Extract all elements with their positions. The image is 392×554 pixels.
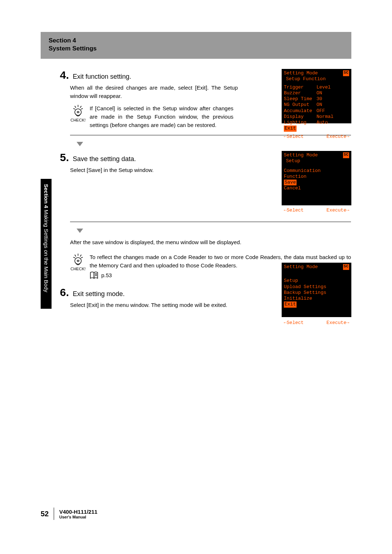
screen1-highlight: Exit xyxy=(284,126,297,131)
step-6-title: Exit setting mode. xyxy=(73,290,124,298)
sc-badge: SC xyxy=(343,70,349,76)
step-5-number: 5. xyxy=(60,151,69,164)
screen1-subtitle: Setup Function xyxy=(284,76,349,82)
svg-line-9 xyxy=(73,257,75,258)
svg-line-7 xyxy=(75,255,76,257)
step-5-title: Save the setting data. xyxy=(73,155,136,163)
screen1-row-v: OFF xyxy=(317,108,325,114)
book-icon xyxy=(90,271,99,279)
section-header: Section 4 System Settings xyxy=(41,32,351,59)
down-arrow-icon xyxy=(77,142,83,146)
screen3-item: Setup xyxy=(284,278,349,284)
step-5-body: Select [Save] in the Setup window. xyxy=(70,166,238,174)
screen1-row-v: Level xyxy=(317,85,331,90)
screen2-item: Function xyxy=(284,174,349,180)
screen1-row-k: Display xyxy=(284,114,317,120)
screen1-foot-left: ←Select xyxy=(284,134,304,140)
screen3-mode: Setting Mode xyxy=(284,264,318,270)
step-6-body: Select [Exit] in the menu window. The se… xyxy=(70,301,238,309)
screen1-foot-right: Execute→ xyxy=(327,134,349,140)
screen3-foot-left: ←Select xyxy=(284,320,304,326)
svg-line-2 xyxy=(80,106,81,108)
step-5-after: After the save window is displayed, the … xyxy=(70,238,351,246)
step-4-check-text: If [Cancel] is selected in the Setup win… xyxy=(90,104,233,130)
page-ref: p.53 xyxy=(101,272,112,278)
screen1-row-v: ON xyxy=(317,90,322,96)
check-icon: CHECK! xyxy=(70,253,86,271)
down-arrow-icon xyxy=(77,229,83,233)
screen1-row-k: Buzzer xyxy=(284,90,317,96)
svg-point-11 xyxy=(75,258,81,264)
device-screen-setup-function: Setting Mode SC Setup Function TriggerLe… xyxy=(282,69,351,123)
divider xyxy=(70,222,351,222)
side-tab-title: Making Settings on the Main Body xyxy=(43,208,49,292)
check-label: CHECK! xyxy=(70,267,86,271)
step-4-number: 4. xyxy=(60,69,69,81)
side-tab-section: Section 4 xyxy=(43,184,49,208)
footer-model: V400-H111/211 xyxy=(59,509,97,515)
screen1-row-k: Accumulate xyxy=(284,108,317,114)
step-4-title: Exit function setting. xyxy=(73,73,131,81)
sc-badge: SC xyxy=(343,152,349,158)
screen3-item: Upload Settings xyxy=(284,284,349,290)
page-footer: 52 V400-H111/211 User's Manual xyxy=(41,508,97,520)
screen2-foot-right: Execute→ xyxy=(327,208,349,213)
screen3-highlight: Exit xyxy=(284,301,297,307)
svg-point-5 xyxy=(75,109,81,115)
section-title: System Settings xyxy=(49,45,343,52)
screen1-row-v: Normal xyxy=(317,114,334,120)
screen1-row-k: Lighting xyxy=(284,120,317,126)
screen1-row-k: Trigger xyxy=(284,85,317,90)
svg-line-3 xyxy=(73,108,75,109)
check-icon: CHECK! xyxy=(70,104,86,122)
screen2-item: Cancel xyxy=(284,185,349,191)
footer-manual: User's Manual xyxy=(59,515,97,519)
screen1-row-v: 30 xyxy=(317,96,322,102)
screen1-mode: Setting Mode xyxy=(284,70,318,76)
screen2-subtitle: Setup xyxy=(284,158,349,164)
screen2-foot-left: ←Select xyxy=(284,208,304,213)
device-screen-setup: Setting Mode SC Setup Communication Func… xyxy=(282,151,351,205)
screen2-mode: Setting Mode xyxy=(284,152,318,158)
screen1-row-k: Sleep Time xyxy=(284,96,317,102)
step-4-body: When all the desired changes are made, s… xyxy=(70,83,238,100)
screen1-row-k: NG Output xyxy=(284,102,317,108)
step-6-number: 6. xyxy=(60,286,69,299)
sc-badge: SC xyxy=(343,264,349,270)
svg-line-4 xyxy=(81,108,83,109)
svg-line-10 xyxy=(81,257,83,258)
check-label: CHECK! xyxy=(70,118,86,122)
device-screen-menu: Setting Mode SC Setup Upload Settings Ba… xyxy=(282,263,351,317)
side-tab: Section 4 Making Settings on the Main Bo… xyxy=(41,179,52,309)
screen1-row-v: ON xyxy=(317,102,322,108)
svg-line-1 xyxy=(75,106,76,108)
screen2-item: Communication xyxy=(284,168,349,174)
screen3-item: Backup Settings xyxy=(284,290,349,296)
screen1-row-v: Auto xyxy=(317,120,328,126)
screen2-highlight: Save xyxy=(284,180,297,185)
footer-divider xyxy=(54,508,54,520)
svg-line-8 xyxy=(80,255,81,257)
section-number: Section 4 xyxy=(49,37,343,44)
page-number: 52 xyxy=(41,510,49,518)
screen3-item: Initialize xyxy=(284,296,349,301)
screen3-foot-right: Execute→ xyxy=(327,320,349,326)
